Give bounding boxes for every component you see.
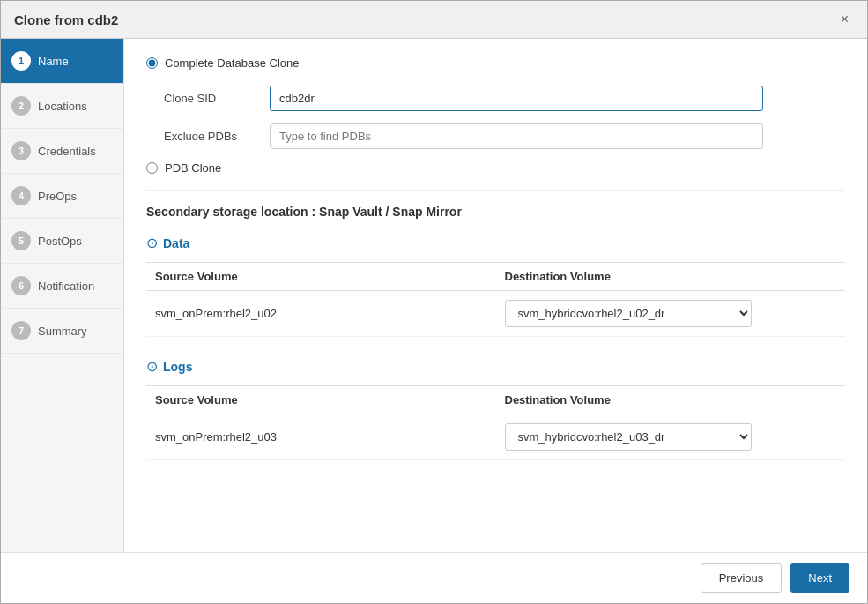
- sidebar-label-credentials: Credentials: [38, 145, 96, 158]
- sidebar-item-credentials[interactable]: 3 Credentials: [1, 129, 123, 174]
- logs-dest-header: Destination Volume: [496, 386, 846, 414]
- table-row: svm_onPrem:rhel2_u03 svm_hybridcvo:rhel2…: [146, 414, 845, 460]
- data-collapse-icon: ⊙: [146, 235, 158, 251]
- complete-db-clone-row: Complete Database Clone: [146, 56, 845, 70]
- sidebar-label-locations: Locations: [38, 100, 87, 113]
- sidebar-label-preops: PreOps: [38, 190, 77, 203]
- step-num-4: 4: [11, 186, 31, 205]
- close-button[interactable]: ×: [835, 10, 854, 29]
- table-row: svm_onPrem:rhel2_u02 svm_hybridcvo:rhel2…: [146, 291, 845, 337]
- logs-dest-select[interactable]: svm_hybridcvo:rhel2_u03_dr: [505, 423, 752, 451]
- step-num-1: 1: [11, 51, 31, 71]
- data-dest-select[interactable]: svm_hybridcvo:rhel2_u02_dr: [505, 300, 752, 327]
- dialog-header: Clone from cdb2 ×: [1, 1, 867, 39]
- exclude-pdbs-row: Exclude PDBs: [146, 123, 845, 149]
- logs-source-header: Source Volume: [146, 386, 496, 414]
- sidebar-item-summary[interactable]: 7 Summary: [1, 309, 123, 354]
- logs-section-title: Logs: [163, 360, 192, 374]
- dialog-title: Clone from cdb2: [14, 12, 118, 27]
- previous-button[interactable]: Previous: [701, 563, 783, 593]
- dialog-body: 1 Name 2 Locations 3 Credentials 4 PreOp…: [1, 39, 867, 552]
- data-dest-cell: svm_hybridcvo:rhel2_u02_dr: [496, 291, 846, 337]
- sidebar-label-postops: PostOps: [38, 235, 82, 248]
- logs-table: Source Volume Destination Volume svm_onP…: [146, 385, 845, 460]
- data-dest-header: Destination Volume: [496, 263, 846, 291]
- sidebar-item-preops[interactable]: 4 PreOps: [1, 174, 123, 219]
- sidebar-label-name: Name: [38, 55, 69, 68]
- pdb-clone-radio[interactable]: [146, 162, 158, 174]
- logs-collapse-icon: ⊙: [146, 358, 158, 375]
- data-section-header[interactable]: ⊙ Data: [146, 235, 845, 251]
- step-num-6: 6: [11, 276, 31, 295]
- sidebar-item-notification[interactable]: 6 Notification: [1, 264, 123, 309]
- step-num-2: 2: [11, 96, 31, 116]
- dialog-footer: Previous Next: [1, 552, 867, 603]
- sidebar: 1 Name 2 Locations 3 Credentials 4 PreOp…: [1, 39, 124, 552]
- data-section-title: Data: [163, 236, 189, 250]
- pdb-clone-label: PDB Clone: [165, 161, 221, 175]
- clone-sid-row: Clone SID: [146, 86, 845, 111]
- secondary-storage-title: Secondary storage location : Snap Vault …: [146, 190, 845, 219]
- logs-source-value: svm_onPrem:rhel2_u03: [146, 414, 496, 460]
- main-content: Complete Database Clone Clone SID Exclud…: [124, 39, 867, 552]
- exclude-pdbs-input[interactable]: [270, 123, 763, 149]
- step-num-3: 3: [11, 141, 31, 160]
- data-source-value: svm_onPrem:rhel2_u02: [146, 291, 496, 337]
- complete-db-clone-radio[interactable]: [146, 57, 158, 69]
- next-button[interactable]: Next: [790, 563, 849, 593]
- step-num-5: 5: [11, 231, 31, 250]
- data-source-header: Source Volume: [146, 263, 496, 291]
- sidebar-item-postops[interactable]: 5 PostOps: [1, 219, 123, 264]
- sidebar-label-summary: Summary: [38, 324, 87, 338]
- clone-dialog: Clone from cdb2 × 1 Name 2 Locations 3 C…: [0, 0, 868, 604]
- sidebar-label-notification: Notification: [38, 280, 94, 293]
- logs-dest-cell: svm_hybridcvo:rhel2_u03_dr: [496, 414, 846, 460]
- step-num-7: 7: [11, 321, 31, 340]
- sidebar-item-locations[interactable]: 2 Locations: [1, 84, 123, 129]
- complete-db-clone-label: Complete Database Clone: [165, 56, 299, 70]
- logs-section-header[interactable]: ⊙ Logs: [146, 358, 845, 375]
- pdb-clone-row: PDB Clone: [146, 161, 845, 175]
- clone-sid-input[interactable]: [270, 86, 763, 111]
- exclude-pdbs-label: Exclude PDBs: [164, 130, 270, 143]
- sidebar-item-name[interactable]: 1 Name: [1, 39, 123, 84]
- data-table: Source Volume Destination Volume svm_onP…: [146, 262, 845, 337]
- clone-sid-label: Clone SID: [164, 92, 270, 105]
